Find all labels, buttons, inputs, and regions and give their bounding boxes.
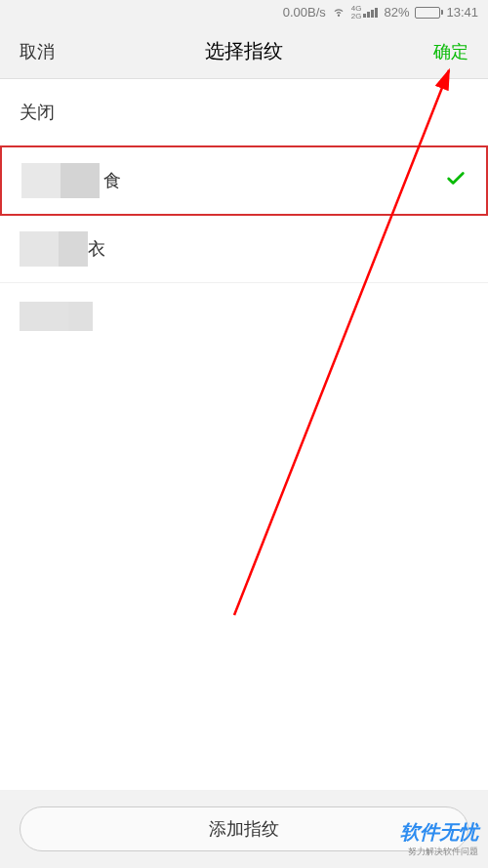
watermark-subtitle: 努力解决软件问题: [400, 846, 478, 858]
battery-percent: 82%: [384, 5, 409, 20]
censored-label: [20, 231, 88, 267]
network-icon: 4G2G: [351, 5, 379, 21]
status-bar: 0.00B/s 4G2G 82% 13:41: [0, 0, 488, 24]
data-rate: 0.00B/s: [283, 5, 326, 20]
watermark-title: 软件无忧: [400, 819, 478, 846]
checkmark-icon: [445, 168, 467, 193]
battery-icon: [415, 7, 440, 19]
confirm-button[interactable]: 确定: [433, 40, 468, 63]
close-option[interactable]: 关闭: [0, 79, 488, 145]
censored-label: [21, 163, 100, 198]
status-time: 13:41: [446, 5, 478, 20]
watermark: 软件无忧 努力解决软件问题: [400, 819, 478, 858]
svg-point-0: [338, 15, 339, 16]
page-title: 选择指纹: [205, 38, 283, 64]
fingerprint-item-2[interactable]: 衣: [0, 216, 488, 283]
item-suffix: 食: [103, 169, 121, 192]
wifi-icon: [332, 4, 346, 21]
fingerprint-item-1[interactable]: 食: [0, 145, 488, 216]
censored-label: [20, 302, 93, 331]
fingerprint-item-3[interactable]: [0, 283, 488, 350]
content-area: 关闭 食 衣: [0, 79, 488, 350]
cancel-button[interactable]: 取消: [20, 40, 55, 63]
nav-bar: 取消 选择指纹 确定: [0, 24, 488, 79]
item-suffix: 衣: [88, 237, 105, 261]
